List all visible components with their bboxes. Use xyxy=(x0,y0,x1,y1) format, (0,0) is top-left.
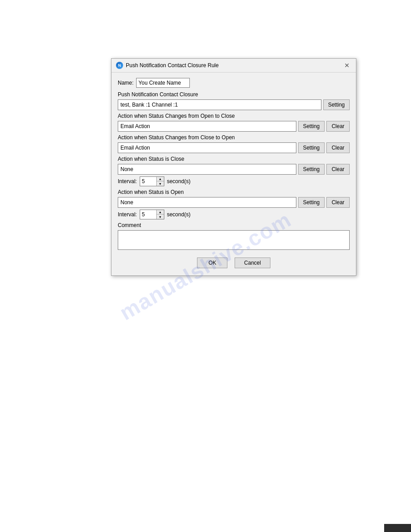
dialog-titlebar: N Push Notification Contact Closure Rule… xyxy=(111,59,356,73)
status-close-row: None Setting Clear xyxy=(118,164,350,175)
seconds-open-label: second(s) xyxy=(167,211,191,218)
interval-open-spin-up[interactable]: ▲ xyxy=(157,210,164,215)
close-to-open-field: Email Action xyxy=(118,142,296,153)
status-close-setting-button[interactable]: Setting xyxy=(298,164,325,175)
interval-close-input[interactable] xyxy=(140,177,156,186)
close-to-open-row: Email Action Setting Clear xyxy=(118,142,350,153)
interval-open-spin-down[interactable]: ▼ xyxy=(157,215,164,219)
interval-open-input[interactable] xyxy=(140,210,156,219)
status-open-section: Action when Status is Open None Setting … xyxy=(118,189,350,219)
push-notification-setting-button[interactable]: Setting xyxy=(323,99,350,110)
bottom-bar xyxy=(384,524,411,532)
interval-open-row: Interval: ▲ ▼ second(s) xyxy=(118,210,350,219)
close-to-open-section: Action when Status Changes from Close to… xyxy=(118,134,350,153)
ok-button[interactable]: OK xyxy=(197,257,227,268)
comment-label: Comment xyxy=(118,222,350,228)
status-close-label: Action when Status is Close xyxy=(118,156,350,162)
status-open-row: None Setting Clear xyxy=(118,197,350,208)
interval-open-spinners: ▲ ▼ xyxy=(156,210,164,219)
dialog-body: Name: Push Notification Contact Closure … xyxy=(111,73,356,275)
push-notification-field: test, Bank :1 Channel :1 xyxy=(118,99,321,110)
open-to-close-section: Action when Status Changes from Open to … xyxy=(118,113,350,132)
open-to-close-row: Email Action Setting Clear xyxy=(118,121,350,132)
interval-close-label: Interval: xyxy=(118,178,137,184)
name-label: Name: xyxy=(118,80,133,86)
comment-section: Comment xyxy=(118,222,350,251)
status-open-field: None xyxy=(118,197,296,208)
status-close-clear-button[interactable]: Clear xyxy=(326,164,350,175)
interval-close-input-wrap: ▲ ▼ xyxy=(140,176,164,186)
status-open-label: Action when Status is Open xyxy=(118,189,350,195)
open-to-close-field: Email Action xyxy=(118,121,296,132)
interval-open-input-wrap: ▲ ▼ xyxy=(140,210,164,219)
name-row: Name: xyxy=(118,78,350,88)
close-button[interactable]: ✕ xyxy=(342,61,351,69)
close-to-open-setting-button[interactable]: Setting xyxy=(298,142,325,153)
status-open-clear-button[interactable]: Clear xyxy=(326,197,350,208)
push-notification-row: test, Bank :1 Channel :1 Setting xyxy=(118,99,350,110)
dialog-footer: OK Cancel xyxy=(118,257,350,269)
interval-close-row: Interval: ▲ ▼ second(s) xyxy=(118,176,350,186)
open-to-close-clear-button[interactable]: Clear xyxy=(326,121,350,132)
close-to-open-label: Action when Status Changes from Close to… xyxy=(118,134,350,141)
open-to-close-label: Action when Status Changes from Open to … xyxy=(118,113,350,119)
comment-textarea[interactable] xyxy=(118,230,350,250)
dialog-title-left: N Push Notification Contact Closure Rule xyxy=(116,62,218,69)
interval-close-spin-up[interactable]: ▲ xyxy=(157,177,164,181)
dialog-window: N Push Notification Contact Closure Rule… xyxy=(111,58,356,276)
status-open-setting-button[interactable]: Setting xyxy=(298,197,325,208)
app-icon: N xyxy=(116,62,123,69)
dialog-title: Push Notification Contact Closure Rule xyxy=(126,62,218,69)
close-to-open-clear-button[interactable]: Clear xyxy=(326,142,350,153)
name-input[interactable] xyxy=(136,78,190,88)
interval-close-spinners: ▲ ▼ xyxy=(156,177,164,186)
open-to-close-setting-button[interactable]: Setting xyxy=(298,121,325,132)
seconds-close-label: second(s) xyxy=(167,178,191,184)
interval-open-label: Interval: xyxy=(118,211,137,218)
push-notification-section: Push Notification Contact Closure test, … xyxy=(118,91,350,110)
status-close-section: Action when Status is Close None Setting… xyxy=(118,156,350,186)
interval-close-spin-down[interactable]: ▼ xyxy=(157,181,164,186)
cancel-button[interactable]: Cancel xyxy=(235,257,270,268)
status-close-field: None xyxy=(118,164,296,175)
push-notification-label: Push Notification Contact Closure xyxy=(118,91,350,98)
